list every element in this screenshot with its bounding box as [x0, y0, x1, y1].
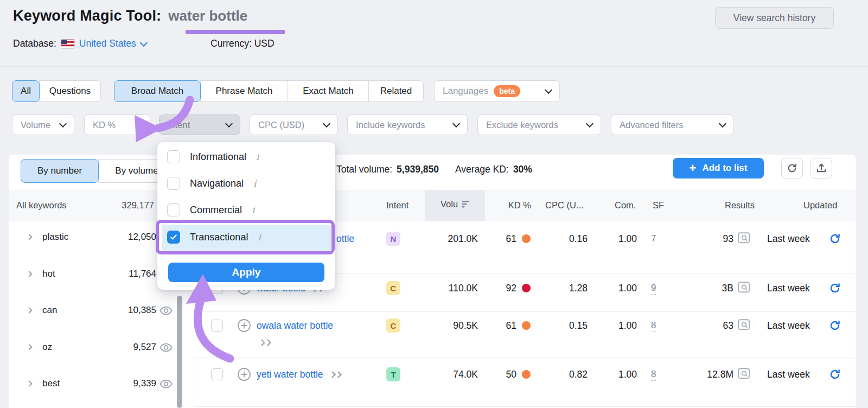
chevron-down-icon [59, 120, 67, 127]
advanced-filters-button[interactable]: Advanced filters [611, 114, 734, 135]
tab-phrase-match[interactable]: Phrase Match [200, 80, 288, 102]
info-icon[interactable]: i [256, 151, 259, 162]
info-icon[interactable]: i [253, 178, 256, 189]
results-cell: 93 [679, 233, 733, 245]
eye-icon[interactable] [159, 343, 173, 354]
column-header-kd[interactable]: KD % [488, 200, 531, 211]
column-header-cpc[interactable]: CPC (U... [545, 200, 584, 211]
cpc-cell: 0.15 [542, 320, 588, 331]
tab-all-label: All [21, 86, 31, 97]
sidebar-group-keyword[interactable]: best [42, 378, 60, 389]
header-divider [0, 66, 868, 67]
intent-option-label: Navigational [190, 178, 244, 189]
tab-exact-match-label: Exact Match [303, 86, 354, 97]
cpc-filter-label: CPC (USD) [258, 120, 304, 130]
volume-cell: 201.0K [410, 233, 478, 245]
serp-icon[interactable] [738, 319, 750, 333]
intent-option-label: Commercial [190, 205, 242, 216]
add-to-list-button[interactable]: Add to list [673, 158, 764, 178]
intent-option-commercial[interactable]: Commercial i [167, 203, 254, 216]
export-button[interactable] [810, 158, 832, 178]
serp-icon[interactable] [738, 282, 750, 295]
by-number-label: By number [37, 165, 82, 176]
eye-icon[interactable] [159, 306, 173, 317]
sort-descending-icon [462, 201, 470, 208]
chevron-down-icon [586, 120, 593, 127]
database-selector[interactable]: Database: United States [13, 38, 146, 49]
tab-questions-label: Questions [49, 86, 91, 97]
chevron-down-icon [323, 120, 330, 127]
refresh-metrics-icon[interactable] [829, 233, 841, 247]
sidebar-group-keyword[interactable]: plastic [42, 232, 68, 243]
languages-dropdown-button[interactable]: Languages beta [434, 80, 560, 102]
search-query: water bottle [168, 8, 247, 24]
by-number-toggle[interactable]: By number [21, 159, 99, 183]
all-keywords-header[interactable]: All keywords [16, 200, 67, 211]
tab-exact-match[interactable]: Exact Match [288, 80, 369, 102]
sf-cell[interactable]: 8 [651, 369, 656, 381]
refresh-button[interactable] [781, 158, 803, 178]
row-checkbox[interactable] [211, 320, 223, 331]
intent-option-informational[interactable]: Informational i [167, 150, 259, 163]
sidebar-scrollbar[interactable] [177, 296, 182, 408]
serp-icon[interactable] [738, 368, 750, 381]
average-kd-label: Average KD: [455, 164, 509, 175]
apply-button[interactable]: Apply [168, 263, 324, 282]
checkbox[interactable] [167, 150, 180, 163]
sf-cell[interactable]: 8 [651, 320, 656, 332]
tab-questions[interactable]: Questions [39, 80, 101, 102]
expand-all-icon[interactable] [259, 340, 270, 345]
sf-cell[interactable]: 9 [651, 283, 656, 295]
column-header-sf[interactable]: SF [653, 200, 664, 211]
plus-icon [690, 162, 697, 175]
intent-filter-button[interactable]: Intent [159, 114, 240, 135]
languages-label: Languages [443, 86, 488, 97]
sidebar-group-keyword[interactable]: hot [42, 269, 55, 279]
add-keyword-icon[interactable] [237, 367, 251, 384]
column-header-results[interactable]: Results [700, 200, 755, 211]
view-search-history-button[interactable]: View search history [715, 7, 834, 29]
checkbox[interactable] [167, 203, 180, 216]
kd-filter-label: KD % [93, 120, 116, 130]
chevron-down-icon [719, 120, 726, 127]
kd-indicator-dot [522, 370, 531, 379]
checkbox[interactable] [167, 177, 180, 190]
exclude-keywords-filter-button[interactable]: Exclude keywords [477, 114, 601, 135]
keyword-link[interactable]: ottle [336, 233, 354, 245]
tab-related[interactable]: Related [368, 80, 424, 102]
keyword-magic-tool-page: Keyword Magic Tool: water bottle View se… [0, 0, 868, 408]
column-header-updated[interactable]: Updated [803, 200, 837, 211]
refresh-metrics-icon[interactable] [829, 368, 841, 382]
info-icon[interactable]: i [252, 205, 254, 215]
eye-icon[interactable] [159, 379, 173, 391]
column-header-intent[interactable]: Intent [386, 200, 409, 211]
expand-all-icon[interactable] [330, 372, 341, 377]
tab-all[interactable]: All [12, 80, 40, 102]
include-keywords-filter-button[interactable]: Include keywords [347, 114, 468, 135]
sf-cell[interactable]: 7 [651, 233, 656, 245]
keyword-link[interactable]: yeti water bottle [257, 369, 323, 380]
kd-indicator-dot [522, 284, 531, 292]
total-volume-label: Total volume: [336, 164, 392, 175]
volume-cell: 74.0K [410, 369, 478, 380]
add-keyword-icon[interactable] [237, 318, 251, 335]
volume-header-label: Volu [441, 199, 458, 209]
refresh-metrics-icon[interactable] [829, 282, 841, 296]
match-type-tab-group: Broad Match Phrase Match Exact Match Rel… [114, 80, 424, 102]
kd-filter-button[interactable]: KD % [84, 114, 150, 135]
refresh-metrics-icon[interactable] [829, 320, 841, 334]
keyword-link[interactable]: owala water bottle [257, 320, 333, 331]
transactional-highlight-annotation [156, 220, 335, 254]
column-header-com[interactable]: Com. [615, 200, 636, 211]
sidebar-group-keyword[interactable]: can [42, 305, 57, 316]
sidebar-group-count: 12,050 [91, 232, 156, 243]
intent-option-navigational[interactable]: Navigational i [167, 177, 257, 190]
column-header-volume[interactable]: Volu [441, 199, 470, 209]
sidebar-group-keyword[interactable]: oz [42, 342, 52, 353]
cpc-filter-button[interactable]: CPC (USD) [250, 114, 338, 135]
chevron-down-icon [140, 39, 148, 46]
serp-icon[interactable] [738, 232, 750, 246]
tab-broad-match[interactable]: Broad Match [114, 80, 201, 102]
volume-filter-button[interactable]: Volume [12, 114, 74, 135]
row-checkbox[interactable] [211, 368, 223, 380]
